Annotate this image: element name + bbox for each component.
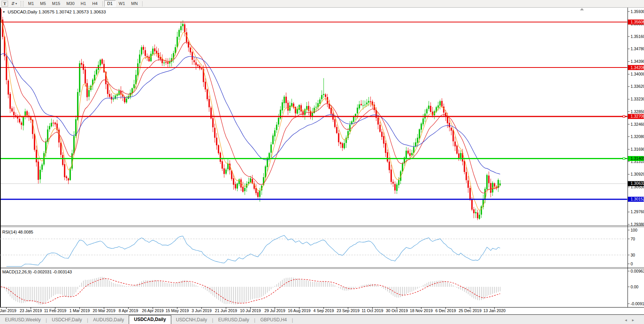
svg-text:10 Jul 2019: 10 Jul 2019: [240, 308, 261, 313]
svg-text:0.009633: 0.009633: [631, 269, 644, 273]
chart-tab-gbpusd-h4[interactable]: GBPUSD,H4: [255, 316, 292, 324]
chevron-down-icon: ▾: [15, 2, 17, 5]
svg-text:16 Aug 2019: 16 Aug 2019: [288, 308, 311, 313]
svg-text:13 Jan 2020: 13 Jan 2020: [483, 308, 506, 313]
chart-title: ▼USDCAD,Daily 1.30575 1.30742 1.30573 1.…: [2, 10, 106, 14]
svg-text:1.29760: 1.29760: [631, 209, 644, 214]
svg-text:15 May 2019: 15 May 2019: [166, 308, 189, 313]
toolbar-separator: [102, 1, 103, 7]
timeframe-button-m30[interactable]: M30: [63, 0, 77, 7]
svg-text:1.29380: 1.29380: [631, 222, 644, 227]
svg-text:8 Apr 2019: 8 Apr 2019: [119, 308, 138, 313]
chart-tab-usdchf-daily[interactable]: USDCHF,Daily: [47, 316, 87, 324]
svg-text:21 Jun 2019: 21 Jun 2019: [215, 308, 237, 313]
svg-text:4 Jan 2019: 4 Jan 2019: [0, 308, 16, 313]
arrange-windows-button[interactable]: ⇵▾: [10, 1, 18, 7]
svg-text:0: 0: [631, 262, 633, 266]
svg-text:18 Nov 2019: 18 Nov 2019: [410, 308, 433, 313]
timeframe-button-m1[interactable]: M1: [25, 0, 37, 7]
svg-text:1.33620: 1.33620: [631, 84, 644, 89]
svg-text:1.34000: 1.34000: [631, 72, 644, 76]
svg-text:4 Sep 2019: 4 Sep 2019: [313, 308, 334, 313]
svg-text:USDCAD,Daily 1.30575 1.30742: USDCAD,Daily 1.30575 1.30742 1.30573 1.3…: [8, 10, 106, 14]
svg-text:23 Jan 2019: 23 Jan 2019: [20, 308, 42, 313]
chart-toolbar: T ⇵▾ M1 M5 M15 M30 H1 H4 D1 W1 MN: [0, 0, 644, 8]
svg-text:1.35160: 1.35160: [631, 34, 644, 39]
svg-text:25 Dec 2019: 25 Dec 2019: [459, 308, 482, 313]
svg-text:1.35606: 1.35606: [631, 20, 644, 24]
svg-text:1.34390: 1.34390: [631, 59, 644, 64]
chart-tab-eurusd-daily[interactable]: EURUSD,Daily: [213, 316, 254, 324]
svg-text:30: 30: [631, 253, 635, 257]
svg-text:1.30152: 1.30152: [631, 197, 644, 201]
chart-tab-audusd-daily[interactable]: AUDUSD,Daily: [88, 316, 129, 324]
timeframe-button-h4[interactable]: H4: [89, 0, 101, 7]
svg-text:3 Jun 2019: 3 Jun 2019: [192, 308, 211, 313]
svg-text:1 Mar 2019: 1 Mar 2019: [69, 308, 90, 313]
timeframe-button-mn[interactable]: MN: [128, 0, 141, 7]
timeframe-button-m5[interactable]: M5: [37, 0, 49, 7]
svg-text:1.34206: 1.34206: [631, 65, 644, 70]
svg-text:1.31405: 1.31405: [631, 156, 644, 161]
svg-text:29 Jul 2019: 29 Jul 2019: [264, 308, 285, 313]
svg-text:70: 70: [631, 237, 635, 241]
svg-text:1.31690: 1.31690: [631, 147, 644, 151]
toolbar-separator: [142, 1, 143, 7]
svg-text:-0.009134: -0.009134: [631, 301, 644, 306]
date-axis: 4 Jan 201923 Jan 201911 Feb 20191 Mar 20…: [0, 308, 506, 313]
svg-text:▼: ▼: [2, 10, 5, 14]
svg-text:1.32700: 1.32700: [631, 114, 644, 118]
tab-scroll-left-icon: ◄: [624, 318, 631, 322]
toolbar-grip[interactable]: [21, 1, 23, 7]
svg-text:1.30920: 1.30920: [631, 172, 644, 176]
svg-text:1.34780: 1.34780: [631, 46, 644, 51]
timeframe-button-m15[interactable]: M15: [49, 0, 63, 7]
tab-scroll-right-icon: ►: [631, 318, 639, 322]
svg-text:6 Dec 2019: 6 Dec 2019: [435, 308, 456, 313]
svg-text:1.32850: 1.32850: [631, 109, 644, 114]
svg-text:1.33230: 1.33230: [631, 97, 644, 101]
svg-text:23 Sep 2019: 23 Sep 2019: [337, 308, 360, 313]
chart-tab-usdcnh-daily[interactable]: USDCNH,Daily: [171, 316, 212, 324]
tab-divider: |: [292, 317, 293, 324]
text-tool-icon: T: [2, 1, 8, 7]
svg-text:1.32460: 1.32460: [631, 122, 644, 127]
svg-text:26 Apr 2019: 26 Apr 2019: [142, 308, 164, 313]
chart-tab-usdcad-daily-active[interactable]: USDCAD,Daily: [129, 315, 171, 324]
chart-tabs-bar: EURUSD,Weekly| USDCHF,Daily| AUDUSD,Dail…: [0, 314, 644, 324]
svg-text:0.00: 0.00: [631, 285, 639, 289]
timeframe-button-d1[interactable]: D1: [104, 0, 116, 7]
tab-scroll-arrows[interactable]: ◄►: [624, 318, 644, 324]
text-tool-button[interactable]: T: [0, 1, 10, 7]
svg-text:11 Oct 2019: 11 Oct 2019: [362, 308, 383, 313]
svg-text:1.32080: 1.32080: [631, 134, 644, 139]
timeframe-button-w1[interactable]: W1: [116, 0, 128, 7]
svg-text:RSI(14) 48.0085: RSI(14) 48.0085: [2, 230, 33, 234]
svg-text:11 Feb 2019: 11 Feb 2019: [44, 308, 66, 313]
chart-tab-eurusd-weekly[interactable]: EURUSD,Weekly: [0, 316, 46, 324]
timeframe-button-h1[interactable]: H1: [78, 0, 89, 7]
svg-text:1.35930: 1.35930: [631, 9, 644, 14]
arrange-windows-icon: ⇵: [11, 1, 14, 6]
chart-canvas[interactable]: 1.359301.355501.351601.347801.343901.340…: [0, 7, 644, 314]
svg-text:20 Mar 2019: 20 Mar 2019: [93, 308, 115, 313]
svg-text:30 Oct 2019: 30 Oct 2019: [386, 308, 408, 313]
svg-text:1.30633: 1.30633: [631, 181, 644, 186]
svg-text:MACD(12,26,9) -0.002031 -0.003: MACD(12,26,9) -0.002031 -0.003143: [2, 270, 72, 274]
svg-text:100: 100: [631, 228, 637, 232]
